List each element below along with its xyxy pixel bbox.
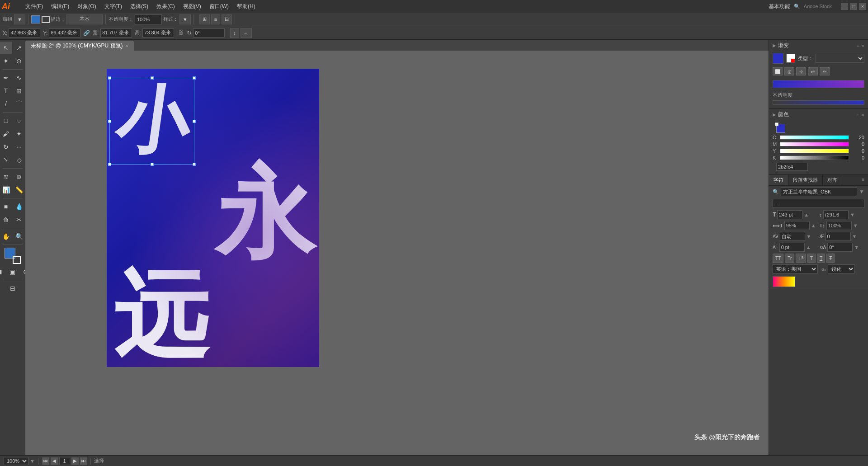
h-input[interactable] [142, 28, 174, 38]
stroke-select[interactable]: 基本 [66, 14, 103, 24]
lasso-tool[interactable]: ⊙ [13, 55, 25, 67]
font-size-up-icon[interactable]: ▲ [804, 212, 809, 217]
shear-tool[interactable]: ◇ [13, 154, 25, 166]
kerning-input[interactable] [826, 232, 851, 241]
handle-bl[interactable] [108, 163, 111, 166]
blend-tool[interactable]: ⟰ [0, 213, 12, 226]
warp-tool[interactable]: ≋ [0, 170, 12, 183]
direct-select-tool[interactable]: ↗ [13, 42, 25, 54]
char-color-swatch[interactable] [773, 276, 795, 287]
rect-tool[interactable]: □ [0, 114, 12, 127]
m-slider[interactable] [780, 142, 849, 146]
rotate-input[interactable] [193, 28, 225, 38]
gradient-fill-swatch[interactable] [773, 53, 783, 64]
superscript-btn[interactable]: Ta [796, 254, 806, 263]
strikethrough-btn[interactable]: T [826, 254, 835, 263]
kerning-dropdown[interactable]: ▼ [852, 234, 857, 239]
tab-character[interactable]: 字符 [769, 175, 788, 185]
align-btn-1[interactable]: ⊞ [199, 14, 210, 24]
last-page-btn[interactable]: ⏭ [80, 457, 87, 465]
select-tool[interactable]: ↖ [0, 42, 12, 54]
horiz-scale-input[interactable] [784, 221, 810, 230]
small-caps-btn[interactable]: Tr [785, 254, 794, 263]
ellipse-tool[interactable]: ○ [13, 114, 25, 127]
language-select[interactable]: 英语：美国 [773, 264, 818, 273]
menu-edit[interactable]: 编辑(E) [47, 2, 73, 11]
graph-tool[interactable]: 📊 [0, 184, 12, 196]
transform-btn-2[interactable]: ↔ [241, 28, 252, 38]
handle-bm[interactable] [151, 163, 154, 166]
y-input[interactable] [49, 28, 80, 38]
gradient-radial-btn[interactable]: ◎ [784, 67, 794, 75]
hex-input[interactable] [776, 163, 808, 171]
puppet-warp-tool[interactable]: ⊕ [13, 170, 25, 183]
style-select[interactable]: ▼ [179, 14, 191, 24]
page-input[interactable] [59, 457, 70, 465]
menu-select[interactable]: 选择(S) [127, 2, 152, 11]
anti-alias-select[interactable]: 锐化 [828, 264, 855, 273]
zoom-select[interactable]: 100% [4, 457, 28, 465]
measure-tool[interactable]: 📏 [13, 184, 25, 196]
k-slider[interactable] [780, 155, 849, 160]
search-icon[interactable]: 🔍 [794, 4, 800, 9]
gradient-edit-btn[interactable]: ✏ [820, 67, 830, 75]
arc-tool[interactable]: ⌒ [13, 98, 25, 110]
color-panel-close-icon[interactable]: × [862, 112, 864, 118]
menu-window[interactable]: 窗口(W) [206, 2, 232, 11]
doc-tab-close[interactable]: × [126, 43, 128, 48]
baseline-up[interactable]: ▲ [806, 245, 811, 250]
reflect-tool[interactable]: ↔ [13, 141, 25, 153]
tracking-input[interactable] [780, 232, 805, 241]
font-style-input[interactable] [773, 199, 864, 208]
char-panel-menu-icon[interactable]: ≡ [858, 175, 868, 185]
gradient-freeform-btn[interactable]: ⊹ [796, 67, 806, 75]
subscript-btn[interactable]: T [807, 254, 816, 263]
zoom-down-icon[interactable]: ▼ [30, 458, 35, 464]
tab-align[interactable]: 对齐 [823, 175, 842, 185]
eyedropper-tool[interactable]: 💧 [13, 200, 25, 213]
gradient-stroke-swatch[interactable] [786, 54, 795, 63]
prev-page-btn[interactable]: ◀ [51, 457, 58, 465]
stroke-swatch[interactable] [42, 16, 50, 23]
transform-btn-1[interactable]: ↕ [230, 28, 239, 38]
document-tab[interactable]: 未标题-2* @ 100% (CMYK/GPU 预览) × [25, 41, 134, 51]
group-button[interactable]: ▼ [14, 14, 25, 24]
gradient-linear-btn[interactable]: ⬜ [773, 67, 783, 75]
tracking-dropdown[interactable]: ▼ [807, 234, 811, 239]
close-button[interactable]: × [859, 3, 866, 10]
line-height-dropdown[interactable]: ▼ [850, 212, 855, 217]
constrain-icon[interactable]: ⛓ [179, 30, 184, 36]
pen-tool[interactable]: ✒ [0, 71, 12, 84]
line-height-input[interactable] [823, 210, 849, 219]
x-input[interactable] [9, 28, 40, 38]
gradient-reverse-btn[interactable]: ⇄ [808, 67, 818, 75]
gradient-mode-btn[interactable]: ▣ [6, 265, 19, 278]
scissors-tool[interactable]: ✂ [13, 213, 25, 226]
menu-view[interactable]: 视图(V) [179, 2, 205, 11]
horiz-scale-up[interactable]: ▲ [811, 223, 816, 228]
fill-swatch[interactable] [31, 15, 40, 24]
menu-object[interactable]: 对象(O) [74, 2, 99, 11]
type-variant[interactable]: ⊞ [13, 85, 25, 97]
color-panel-header[interactable]: ▶ 颜色 ≡ × [769, 109, 868, 120]
color-fill-swatch[interactable] [776, 124, 785, 133]
gradient-panel-close-icon[interactable]: × [862, 43, 864, 48]
menu-file[interactable]: 文件(F) [22, 2, 47, 11]
c-slider[interactable] [780, 135, 849, 140]
next-page-btn[interactable]: ▶ [71, 457, 79, 465]
transparency-slider[interactable] [773, 100, 864, 105]
align-btn-2[interactable]: ≡ [211, 14, 220, 24]
blob-brush-tool[interactable]: ✦ [13, 127, 25, 140]
rotation-input[interactable] [827, 243, 853, 252]
first-page-btn[interactable]: ⏮ [42, 457, 49, 465]
gradient-panel-menu-icon[interactable]: ≡ [857, 43, 859, 48]
maximize-button[interactable]: □ [850, 3, 857, 10]
paintbrush-tool[interactable]: 🖌 [0, 127, 12, 140]
vert-scale-dropdown[interactable]: ▼ [853, 223, 858, 228]
gradient-bar[interactable] [773, 80, 864, 88]
y-slider[interactable] [780, 149, 849, 153]
opacity-input[interactable] [135, 14, 162, 24]
color-mode-btn[interactable]: ◼ [0, 265, 6, 278]
handle-tl[interactable] [108, 76, 111, 80]
link-icon[interactable]: 🔗 [83, 30, 90, 36]
